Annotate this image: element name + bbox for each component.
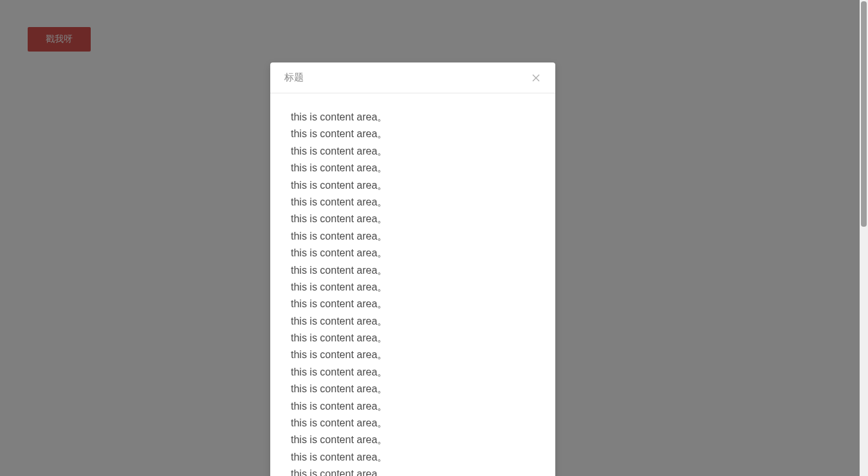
page-background: 戳我呀 标题 this is content area。this is cont…	[0, 0, 868, 476]
content-line: this is content area。	[291, 466, 535, 476]
content-line: this is content area。	[291, 313, 535, 330]
content-line: this is content area。	[291, 279, 535, 296]
content-line: this is content area。	[291, 262, 535, 279]
content-line: this is content area。	[291, 415, 535, 432]
scrollbar-thumb[interactable]	[861, 1, 867, 227]
modal-dialog: 标题 this is content area。this is content …	[270, 62, 555, 476]
close-icon	[532, 74, 540, 82]
content-line: this is content area。	[291, 381, 535, 397]
content-line: this is content area。	[291, 398, 535, 415]
content-line: this is content area。	[291, 211, 535, 227]
content-line: this is content area。	[291, 109, 535, 126]
content-line: this is content area。	[291, 194, 535, 211]
content-line: this is content area。	[291, 364, 535, 381]
content-line: this is content area。	[291, 143, 535, 160]
modal-title: 标题	[284, 71, 304, 84]
content-line: this is content area。	[291, 432, 535, 448]
content-line: this is content area。	[291, 296, 535, 312]
content-line: this is content area。	[291, 347, 535, 363]
content-line: this is content area。	[291, 160, 535, 176]
modal-close-button[interactable]	[531, 73, 541, 83]
scrollbar-track[interactable]	[860, 0, 868, 476]
content-line: this is content area。	[291, 245, 535, 262]
content-line: this is content area。	[291, 177, 535, 194]
modal-body: this is content area。this is content are…	[270, 93, 555, 476]
content-line: this is content area。	[291, 126, 535, 142]
content-line: this is content area。	[291, 228, 535, 245]
content-line: this is content area。	[291, 330, 535, 347]
content-line: this is content area。	[291, 449, 535, 466]
modal-header: 标题	[270, 62, 555, 93]
